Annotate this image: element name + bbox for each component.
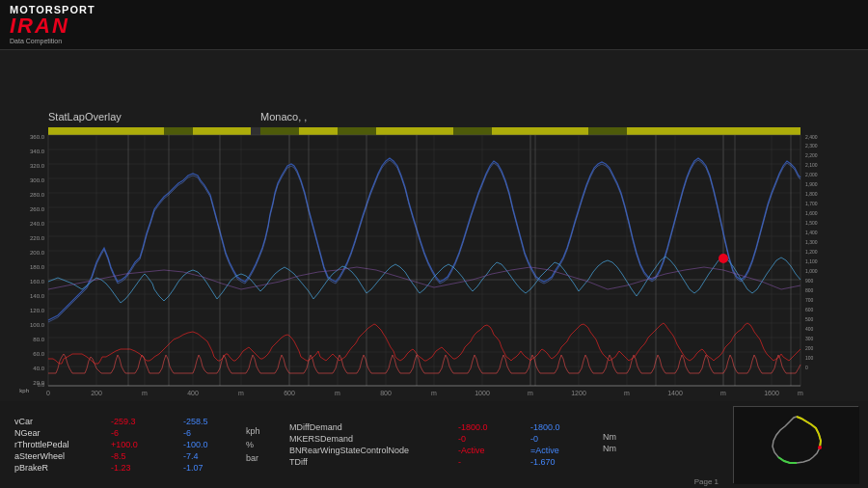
svg-text:m: m <box>798 390 803 396</box>
header-bar: MOTORSPORT IRAN Data Competition <box>0 0 868 50</box>
svg-text:1,800: 1,800 <box>805 191 818 197</box>
svg-text:1,500: 1,500 <box>805 220 818 226</box>
logo-iran-text: IRAN <box>10 15 95 37</box>
svg-text:2,200: 2,200 <box>805 152 818 158</box>
page-number: Page 1 <box>694 477 719 486</box>
svg-text:160.0: 160.0 <box>30 279 45 285</box>
brake-label: pBrakeR <box>14 463 92 473</box>
monaco-label: Monaco, , <box>260 111 307 122</box>
svg-text:2,400: 2,400 <box>805 134 818 140</box>
svg-rect-2 <box>48 127 164 135</box>
svg-text:120.0: 120.0 <box>30 308 45 313</box>
svg-rect-12 <box>588 127 627 135</box>
svg-text:1,200: 1,200 <box>805 249 818 255</box>
svg-text:180.0: 180.0 <box>30 264 45 270</box>
throttle-val1: +100.0 <box>111 440 164 449</box>
svg-text:m: m <box>720 390 726 396</box>
telemetry-chanval1-column: -1800.0 -0 -Active - <box>458 422 511 467</box>
svg-text:2,100: 2,100 <box>805 162 818 168</box>
logo-area: MOTORSPORT IRAN Data Competition <box>10 5 95 44</box>
svg-text:1600: 1600 <box>764 390 779 396</box>
svg-text:1,600: 1,600 <box>805 210 818 216</box>
svg-text:220.0: 220.0 <box>30 235 45 241</box>
svg-text:2,000: 2,000 <box>805 172 818 177</box>
stat-lap-label: StatLapOverlay <box>48 111 122 122</box>
vcar-val2: -258.5 <box>183 417 227 426</box>
chan2-val2: -0 <box>530 434 583 444</box>
svg-text:m: m <box>624 390 630 396</box>
svg-text:m: m <box>431 390 437 396</box>
svg-text:1000: 1000 <box>475 390 490 396</box>
svg-text:60.0: 60.0 <box>33 351 44 357</box>
svg-text:400: 400 <box>187 390 199 396</box>
telemetry-chanunit-column: Nm Nm <box>603 432 627 457</box>
chan4-val1: - <box>458 457 511 467</box>
chan2-label: MKERSDemand <box>289 434 439 444</box>
chan1-val1: -1800.0 <box>458 422 511 432</box>
telemetry-channel-column: MDiffDemand MKERSDemand BNRearWingStateC… <box>289 422 439 467</box>
chan1-unit: Nm <box>603 432 627 442</box>
svg-text:700: 700 <box>805 297 814 303</box>
svg-rect-9 <box>260 127 299 135</box>
svg-rect-3 <box>193 127 251 135</box>
steer-val1: -8.5 <box>111 451 164 461</box>
svg-text:300: 300 <box>805 336 814 341</box>
svg-text:1400: 1400 <box>667 390 683 396</box>
svg-text:280.0: 280.0 <box>30 192 45 198</box>
ngear-val2: -6 <box>183 428 227 438</box>
ngear-val1: -6 <box>111 428 164 438</box>
telemetry-chart: StatLapOverlay Monaco, , 360.0 340. <box>0 50 868 421</box>
svg-text:600: 600 <box>805 307 814 312</box>
svg-rect-6 <box>492 127 588 135</box>
chan3-val1: -Active <box>458 446 511 455</box>
steer-label: aSteerWheel <box>14 451 92 461</box>
svg-text:m: m <box>528 390 533 396</box>
svg-rect-5 <box>376 127 453 135</box>
telemetry-label-column: vCar NGear rThrottlePedal aSteerWheel pB… <box>14 417 92 473</box>
chan3-val2: =Active <box>530 446 583 455</box>
svg-rect-8 <box>164 127 193 135</box>
steer-val2: -7.4 <box>183 451 227 461</box>
svg-text:260.0: 260.0 <box>30 206 45 212</box>
chan4-val2: -1.670 <box>530 457 583 467</box>
svg-text:1,100: 1,100 <box>805 258 818 264</box>
svg-text:m: m <box>142 390 148 396</box>
svg-text:320.0: 320.0 <box>30 163 45 169</box>
svg-rect-7 <box>627 127 800 135</box>
throttle-val2: -100.0 <box>183 440 227 449</box>
telemetry-unit-column: kph % bar <box>246 426 270 463</box>
svg-rect-10 <box>338 127 376 135</box>
svg-text:300.0: 300.0 <box>30 177 45 183</box>
svg-text:1,300: 1,300 <box>805 239 818 245</box>
brake-val2: -1.07 <box>183 463 227 473</box>
svg-text:1,400: 1,400 <box>805 230 818 235</box>
svg-text:kph: kph <box>19 388 29 393</box>
track-map <box>733 406 858 483</box>
telemetry-value1-column: -259.3 -6 +100.0 -8.5 -1.23 <box>111 417 164 473</box>
svg-text:1,900: 1,900 <box>805 181 818 187</box>
svg-text:400: 400 <box>805 326 814 332</box>
chan2-val1: -0 <box>458 434 511 444</box>
svg-rect-11 <box>453 127 492 135</box>
throttle-label: rThrottlePedal <box>14 440 92 449</box>
ngear-label: NGear <box>14 428 92 438</box>
svg-rect-119 <box>734 407 859 484</box>
vcar-unit: kph <box>246 426 270 436</box>
vcar-val1: -259.3 <box>111 417 164 426</box>
svg-text:0: 0 <box>46 390 50 396</box>
chan1-val2: -1800.0 <box>530 422 583 432</box>
svg-text:200: 200 <box>91 390 102 396</box>
svg-text:200.0: 200.0 <box>30 250 45 256</box>
svg-text:140.0: 140.0 <box>30 293 45 299</box>
svg-text:40.0: 40.0 <box>33 366 44 371</box>
chan2-unit: Nm <box>603 444 627 453</box>
svg-rect-4 <box>299 127 338 135</box>
svg-text:100.0: 100.0 <box>30 322 45 328</box>
svg-text:340.0: 340.0 <box>30 149 45 154</box>
svg-text:0: 0 <box>805 365 808 370</box>
svg-text:800: 800 <box>380 390 392 396</box>
chan1-label: MDiffDemand <box>289 422 439 432</box>
svg-text:100: 100 <box>805 355 814 361</box>
svg-text:0.0: 0.0 <box>38 382 44 388</box>
svg-text:240.0: 240.0 <box>30 221 45 227</box>
